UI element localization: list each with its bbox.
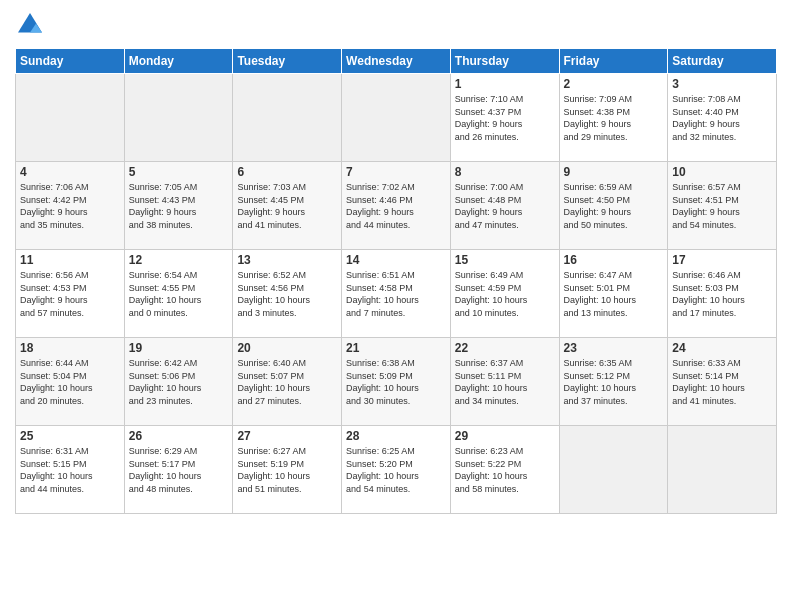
- calendar: SundayMondayTuesdayWednesdayThursdayFrid…: [15, 48, 777, 514]
- day-info: Sunrise: 7:02 AM Sunset: 4:46 PM Dayligh…: [346, 181, 446, 231]
- day-info: Sunrise: 6:37 AM Sunset: 5:11 PM Dayligh…: [455, 357, 555, 407]
- day-info: Sunrise: 7:09 AM Sunset: 4:38 PM Dayligh…: [564, 93, 664, 143]
- week-row-3: 11Sunrise: 6:56 AM Sunset: 4:53 PM Dayli…: [16, 250, 777, 338]
- day-info: Sunrise: 6:23 AM Sunset: 5:22 PM Dayligh…: [455, 445, 555, 495]
- day-info: Sunrise: 6:54 AM Sunset: 4:55 PM Dayligh…: [129, 269, 229, 319]
- day-info: Sunrise: 6:27 AM Sunset: 5:19 PM Dayligh…: [237, 445, 337, 495]
- day-number: 24: [672, 341, 772, 355]
- day-number: 13: [237, 253, 337, 267]
- calendar-cell: 1Sunrise: 7:10 AM Sunset: 4:37 PM Daylig…: [450, 74, 559, 162]
- day-number: 17: [672, 253, 772, 267]
- day-number: 19: [129, 341, 229, 355]
- day-number: 1: [455, 77, 555, 91]
- day-number: 28: [346, 429, 446, 443]
- day-info: Sunrise: 6:44 AM Sunset: 5:04 PM Dayligh…: [20, 357, 120, 407]
- day-number: 6: [237, 165, 337, 179]
- day-number: 7: [346, 165, 446, 179]
- day-info: Sunrise: 6:40 AM Sunset: 5:07 PM Dayligh…: [237, 357, 337, 407]
- day-number: 15: [455, 253, 555, 267]
- calendar-cell: [342, 74, 451, 162]
- calendar-cell: 3Sunrise: 7:08 AM Sunset: 4:40 PM Daylig…: [668, 74, 777, 162]
- calendar-cell: 15Sunrise: 6:49 AM Sunset: 4:59 PM Dayli…: [450, 250, 559, 338]
- day-info: Sunrise: 6:29 AM Sunset: 5:17 PM Dayligh…: [129, 445, 229, 495]
- page: SundayMondayTuesdayWednesdayThursdayFrid…: [0, 0, 792, 612]
- calendar-cell: 24Sunrise: 6:33 AM Sunset: 5:14 PM Dayli…: [668, 338, 777, 426]
- day-info: Sunrise: 6:31 AM Sunset: 5:15 PM Dayligh…: [20, 445, 120, 495]
- day-number: 16: [564, 253, 664, 267]
- day-info: Sunrise: 7:03 AM Sunset: 4:45 PM Dayligh…: [237, 181, 337, 231]
- day-info: Sunrise: 6:35 AM Sunset: 5:12 PM Dayligh…: [564, 357, 664, 407]
- day-number: 25: [20, 429, 120, 443]
- calendar-cell: 9Sunrise: 6:59 AM Sunset: 4:50 PM Daylig…: [559, 162, 668, 250]
- day-number: 5: [129, 165, 229, 179]
- calendar-body: 1Sunrise: 7:10 AM Sunset: 4:37 PM Daylig…: [16, 74, 777, 514]
- day-info: Sunrise: 6:59 AM Sunset: 4:50 PM Dayligh…: [564, 181, 664, 231]
- calendar-cell: 4Sunrise: 7:06 AM Sunset: 4:42 PM Daylig…: [16, 162, 125, 250]
- day-number: 10: [672, 165, 772, 179]
- week-row-1: 1Sunrise: 7:10 AM Sunset: 4:37 PM Daylig…: [16, 74, 777, 162]
- weekday-row: SundayMondayTuesdayWednesdayThursdayFrid…: [16, 49, 777, 74]
- calendar-cell: 6Sunrise: 7:03 AM Sunset: 4:45 PM Daylig…: [233, 162, 342, 250]
- calendar-header: SundayMondayTuesdayWednesdayThursdayFrid…: [16, 49, 777, 74]
- day-number: 8: [455, 165, 555, 179]
- weekday-header-sunday: Sunday: [16, 49, 125, 74]
- day-number: 23: [564, 341, 664, 355]
- calendar-cell: 21Sunrise: 6:38 AM Sunset: 5:09 PM Dayli…: [342, 338, 451, 426]
- day-number: 20: [237, 341, 337, 355]
- calendar-cell: 16Sunrise: 6:47 AM Sunset: 5:01 PM Dayli…: [559, 250, 668, 338]
- weekday-header-monday: Monday: [124, 49, 233, 74]
- day-info: Sunrise: 7:06 AM Sunset: 4:42 PM Dayligh…: [20, 181, 120, 231]
- calendar-cell: 22Sunrise: 6:37 AM Sunset: 5:11 PM Dayli…: [450, 338, 559, 426]
- day-info: Sunrise: 6:38 AM Sunset: 5:09 PM Dayligh…: [346, 357, 446, 407]
- calendar-cell: [124, 74, 233, 162]
- calendar-cell: [668, 426, 777, 514]
- day-info: Sunrise: 6:46 AM Sunset: 5:03 PM Dayligh…: [672, 269, 772, 319]
- day-info: Sunrise: 6:49 AM Sunset: 4:59 PM Dayligh…: [455, 269, 555, 319]
- day-number: 3: [672, 77, 772, 91]
- week-row-5: 25Sunrise: 6:31 AM Sunset: 5:15 PM Dayli…: [16, 426, 777, 514]
- weekday-header-thursday: Thursday: [450, 49, 559, 74]
- calendar-cell: [559, 426, 668, 514]
- day-number: 26: [129, 429, 229, 443]
- day-info: Sunrise: 6:42 AM Sunset: 5:06 PM Dayligh…: [129, 357, 229, 407]
- day-info: Sunrise: 7:10 AM Sunset: 4:37 PM Dayligh…: [455, 93, 555, 143]
- day-number: 12: [129, 253, 229, 267]
- day-number: 21: [346, 341, 446, 355]
- calendar-cell: 13Sunrise: 6:52 AM Sunset: 4:56 PM Dayli…: [233, 250, 342, 338]
- calendar-cell: 28Sunrise: 6:25 AM Sunset: 5:20 PM Dayli…: [342, 426, 451, 514]
- calendar-cell: 18Sunrise: 6:44 AM Sunset: 5:04 PM Dayli…: [16, 338, 125, 426]
- day-info: Sunrise: 7:08 AM Sunset: 4:40 PM Dayligh…: [672, 93, 772, 143]
- weekday-header-saturday: Saturday: [668, 49, 777, 74]
- day-info: Sunrise: 6:52 AM Sunset: 4:56 PM Dayligh…: [237, 269, 337, 319]
- day-info: Sunrise: 6:25 AM Sunset: 5:20 PM Dayligh…: [346, 445, 446, 495]
- calendar-cell: 23Sunrise: 6:35 AM Sunset: 5:12 PM Dayli…: [559, 338, 668, 426]
- calendar-cell: 10Sunrise: 6:57 AM Sunset: 4:51 PM Dayli…: [668, 162, 777, 250]
- day-number: 11: [20, 253, 120, 267]
- calendar-cell: 11Sunrise: 6:56 AM Sunset: 4:53 PM Dayli…: [16, 250, 125, 338]
- day-info: Sunrise: 6:51 AM Sunset: 4:58 PM Dayligh…: [346, 269, 446, 319]
- day-number: 9: [564, 165, 664, 179]
- calendar-cell: 17Sunrise: 6:46 AM Sunset: 5:03 PM Dayli…: [668, 250, 777, 338]
- day-info: Sunrise: 6:57 AM Sunset: 4:51 PM Dayligh…: [672, 181, 772, 231]
- weekday-header-tuesday: Tuesday: [233, 49, 342, 74]
- calendar-cell: [16, 74, 125, 162]
- calendar-cell: 19Sunrise: 6:42 AM Sunset: 5:06 PM Dayli…: [124, 338, 233, 426]
- day-number: 2: [564, 77, 664, 91]
- day-number: 29: [455, 429, 555, 443]
- calendar-cell: 8Sunrise: 7:00 AM Sunset: 4:48 PM Daylig…: [450, 162, 559, 250]
- calendar-cell: 25Sunrise: 6:31 AM Sunset: 5:15 PM Dayli…: [16, 426, 125, 514]
- calendar-cell: 29Sunrise: 6:23 AM Sunset: 5:22 PM Dayli…: [450, 426, 559, 514]
- calendar-cell: 7Sunrise: 7:02 AM Sunset: 4:46 PM Daylig…: [342, 162, 451, 250]
- logo-icon: [15, 10, 45, 40]
- day-info: Sunrise: 6:56 AM Sunset: 4:53 PM Dayligh…: [20, 269, 120, 319]
- calendar-cell: 2Sunrise: 7:09 AM Sunset: 4:38 PM Daylig…: [559, 74, 668, 162]
- day-number: 22: [455, 341, 555, 355]
- calendar-cell: 5Sunrise: 7:05 AM Sunset: 4:43 PM Daylig…: [124, 162, 233, 250]
- logo: [15, 10, 49, 40]
- day-number: 4: [20, 165, 120, 179]
- day-number: 14: [346, 253, 446, 267]
- day-info: Sunrise: 7:05 AM Sunset: 4:43 PM Dayligh…: [129, 181, 229, 231]
- day-info: Sunrise: 6:33 AM Sunset: 5:14 PM Dayligh…: [672, 357, 772, 407]
- calendar-cell: [233, 74, 342, 162]
- weekday-header-friday: Friday: [559, 49, 668, 74]
